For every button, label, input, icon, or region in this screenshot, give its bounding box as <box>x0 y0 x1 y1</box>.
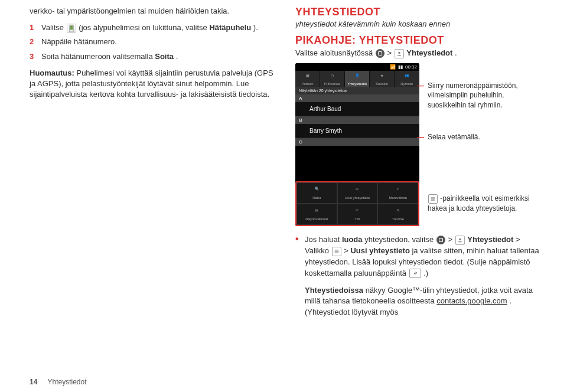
footer-section: Yhteystiedot <box>47 378 86 386</box>
menu-new-contact[interactable]: ⊕Uusi yhteystieto <box>337 182 378 204</box>
apps-icon <box>376 49 384 58</box>
check-icon: ✔ <box>394 187 402 195</box>
tips-list: • Jos haluat luoda yhteystiedon, valitse… <box>295 234 543 318</box>
network-icon: ▮▮ <box>398 64 403 70</box>
step-3: 3 Soita hätänumeroon valitsemalla Soita … <box>30 51 278 62</box>
callout-tabs: — Siirry numeronäppäimistöön, viimeisimp… <box>428 81 534 110</box>
section-subtitle: yhteystiedot kätevämmin kuin koskaan enn… <box>295 19 543 28</box>
contact-count-banner: Näytetään 20 yhteystietoa <box>295 87 419 94</box>
tab-contacts[interactable]: 👤Yhteystiedot <box>345 71 370 87</box>
signal-icon: 📶 <box>390 64 396 70</box>
right-column: YHTEYSTIEDOT yhteystiedot kätevämmin kui… <box>295 6 543 324</box>
intro-text: verkko- tai ympäristöongelmien tai muide… <box>30 6 278 17</box>
dialpad-icon: ▦ <box>304 73 312 81</box>
tab-phone[interactable]: ▦Puhelin <box>295 71 320 87</box>
section-heading-quickguide: PIKAOHJE: YHTEYSTIEDOT <box>295 34 543 47</box>
left-column: verkko- tai ympäristöongelmien tai muide… <box>30 6 278 324</box>
contacts-icon <box>395 49 404 58</box>
contacts-icon <box>455 236 465 245</box>
emergency-steps: 1 Valitse (jos älypuhelimesi on lukittun… <box>30 22 278 62</box>
quickguide-intro: Valitse aloitusnäytössä > Yhteystiedot . <box>295 48 543 58</box>
search-icon: 🔍 <box>312 187 321 195</box>
display-icon: ▤ <box>312 208 321 216</box>
menu-key-icon <box>332 247 341 256</box>
import-export-icon: ⇅ <box>394 208 402 216</box>
accounts-icon: ⟳ <box>353 208 361 216</box>
menu-accounts[interactable]: ⟳Tilit <box>337 204 378 225</box>
callout-scroll: — Selaa vetämällä. <box>428 132 534 142</box>
section-c: C <box>295 138 419 146</box>
back-key-icon <box>409 269 421 278</box>
contact-list-empty <box>295 146 419 181</box>
menu-multiselect[interactable]: ✔Monivalinta <box>377 182 418 204</box>
tip-google-contacts: • Yhteystiedoissa näkyy Google™-tilin yh… <box>295 285 543 319</box>
page-footer: 14 Yhteystiedot <box>30 378 87 386</box>
menu-display-options[interactable]: ▤Näyttövalinnat <box>296 204 337 225</box>
menu-import-export[interactable]: ⇅Tuo/Vie <box>377 204 418 225</box>
group-icon: 👥 <box>403 73 411 81</box>
contact-row-b[interactable]: Barry Smyth <box>295 124 419 138</box>
menu-key-icon <box>428 194 438 204</box>
callout-menu: -painikkeella voit esimerkiksi hakea ja … <box>428 194 534 213</box>
callout-line-icon: — <box>417 132 424 142</box>
section-heading-contacts: YHTEYSTIEDOT <box>295 6 543 18</box>
clock-icon: ◷ <box>328 73 337 81</box>
clock-text: 00:32 <box>405 64 417 70</box>
contacts-google-link[interactable]: contacts.google.com <box>436 296 507 305</box>
phone-icon <box>67 24 76 33</box>
tab-groups[interactable]: 👥Ryhmät <box>395 71 419 87</box>
tab-favorites[interactable]: ★Suosikit <box>370 71 395 87</box>
svg-rect-0 <box>70 25 73 30</box>
options-menu: 🔍Haku ⊕Uusi yhteystieto ✔Monivalinta ▤Nä… <box>295 181 419 226</box>
menu-search[interactable]: 🔍Haku <box>296 182 337 204</box>
person-icon: 👤 <box>353 73 361 81</box>
plus-icon: ⊕ <box>353 187 361 195</box>
phone-tabs: ▦Puhelin ◷Puheluloki 👤Yhteystiedot ★Suos… <box>295 71 419 87</box>
step-1: 1 Valitse (jos älypuhelimesi on lukittun… <box>30 22 278 33</box>
phone-mock: 📶 ▮▮ 00:32 ▦Puhelin ◷Puheluloki 👤Yhteyst… <box>295 63 419 226</box>
section-b: B <box>295 116 419 124</box>
callout-line-icon: — <box>417 81 424 90</box>
tab-calllog[interactable]: ◷Puheluloki <box>320 71 345 87</box>
contact-row-a[interactable]: Arthur Baud <box>295 102 419 116</box>
svg-point-2 <box>459 238 461 240</box>
step-2: 2 Näppäile hätänumero. <box>30 37 278 47</box>
status-bar: 📶 ▮▮ 00:32 <box>295 63 419 71</box>
page-number: 14 <box>30 378 37 386</box>
apps-icon <box>436 236 445 244</box>
star-icon: ★ <box>378 73 386 81</box>
note-paragraph: Huomautus: Puhelimesi voi käyttää sijain… <box>30 68 278 100</box>
tip-create-contact: • Jos haluat luoda yhteystiedon, valitse… <box>295 234 543 279</box>
section-a: A <box>295 94 419 102</box>
svg-point-1 <box>398 51 400 53</box>
